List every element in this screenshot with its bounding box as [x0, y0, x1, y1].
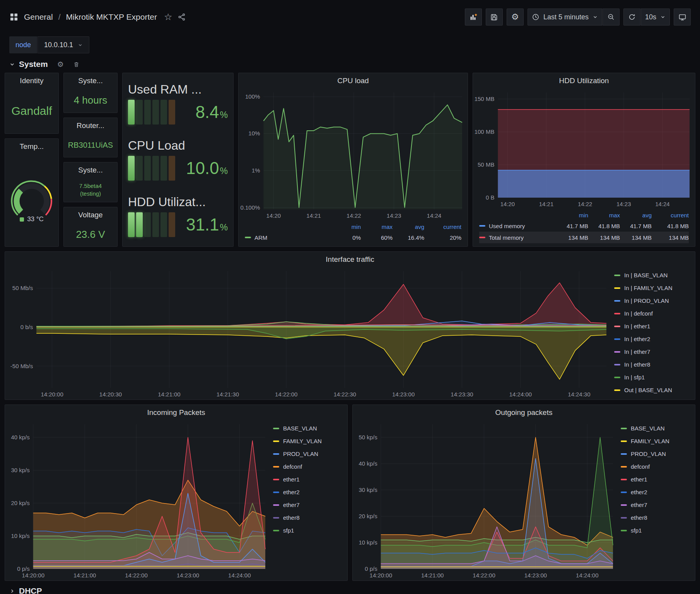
series-line-In | defconf: [36, 283, 606, 326]
legend-label: In | FAMILY_VLAN: [624, 285, 673, 291]
row-settings-icon[interactable]: ⚙: [57, 61, 64, 68]
legend-item[interactable]: In | BASE_VLAN: [614, 269, 692, 282]
legend-swatch: [621, 492, 627, 493]
y-axis-label: 30 kp/s: [11, 467, 29, 473]
bargauge-value: 8.4%: [181, 102, 228, 122]
legend-swatch: [614, 351, 620, 353]
panel-title[interactable]: Router...: [64, 118, 117, 133]
series-area-Used memory: [498, 170, 690, 198]
legend-label: sfp1: [631, 527, 642, 534]
legend-item[interactable]: In | sfp1: [614, 371, 692, 384]
legend-item[interactable]: In | ether2: [614, 333, 692, 345]
legend-item[interactable]: ether8: [621, 511, 692, 524]
legend-header-max[interactable]: max: [361, 224, 393, 230]
legend-item[interactable]: Used memory: [479, 223, 557, 229]
save-dashboard-button[interactable]: [486, 9, 503, 26]
x-axis-label: 14:20:00: [22, 572, 44, 579]
time-range-picker[interactable]: Last 5 minutes: [528, 9, 602, 26]
y-axis-label: 50 kp/s: [359, 434, 377, 440]
legend-item[interactable]: ether2: [273, 486, 344, 498]
legend-item[interactable]: In | defconf: [614, 307, 692, 320]
legend-item[interactable]: Out | BASE_VLAN: [614, 384, 692, 396]
star-icon[interactable]: ☆: [164, 12, 172, 22]
tv-mode-button[interactable]: [674, 9, 691, 26]
interface-traffic-legend: In | BASE_VLANIn | FAMILY_VLANIn | PROD_…: [612, 267, 695, 399]
chevron-down-icon: [592, 14, 598, 20]
dashboard-settings-button[interactable]: ⚙: [507, 9, 524, 26]
legend-item[interactable]: FAMILY_VLAN: [273, 435, 344, 447]
x-axis-label: 14:20:00: [41, 391, 63, 398]
row-title: DHCP: [19, 586, 42, 594]
panel-title[interactable]: Incoming Packets: [5, 405, 347, 420]
panel-title[interactable]: Syste...: [64, 162, 117, 178]
legend-item[interactable]: ether1: [273, 473, 344, 486]
legend-item[interactable]: sfp1: [273, 524, 344, 537]
legend-label: PROD_VLAN: [631, 451, 666, 457]
legend-item[interactable]: defconf: [273, 460, 344, 473]
legend-header-avg[interactable]: avg: [620, 212, 652, 218]
legend-header-avg[interactable]: avg: [393, 224, 424, 230]
panel-title[interactable]: Voltage: [64, 207, 117, 223]
legend-label: PROD_VLAN: [283, 451, 318, 457]
refresh-button[interactable]: [623, 9, 640, 26]
row-header-dhcp[interactable]: DHCP: [5, 581, 695, 594]
share-icon[interactable]: [178, 13, 186, 21]
legend-item[interactable]: ARM: [245, 234, 329, 241]
row-delete-icon[interactable]: [73, 61, 80, 68]
legend-item[interactable]: defconf: [621, 460, 692, 473]
panel-title[interactable]: CPU load: [239, 73, 468, 89]
legend-item[interactable]: ether7: [273, 498, 344, 511]
breadcrumb-separator: /: [58, 12, 61, 22]
legend-item[interactable]: Total memory: [479, 234, 557, 241]
legend-item[interactable]: ether2: [621, 486, 692, 498]
legend-item[interactable]: BASE_VLAN: [273, 422, 344, 435]
dashboards-grid-icon[interactable]: [9, 12, 19, 22]
legend-header-current[interactable]: current: [424, 224, 461, 230]
legend-item[interactable]: ether1: [621, 473, 692, 486]
x-axis-label: 14:21:00: [421, 572, 444, 579]
panel-title[interactable]: Interface traffic: [5, 252, 695, 267]
x-axis-label: 14:24: [427, 212, 442, 219]
breadcrumb-dashboard-title[interactable]: Mikrotik MKTXP Exporter: [66, 12, 157, 22]
legend-header-min[interactable]: min: [557, 212, 588, 218]
panel-title[interactable]: Outgoing packets: [353, 405, 695, 420]
panel-title[interactable]: Identity: [5, 73, 58, 89]
legend-item[interactable]: In | FAMILY_VLAN: [614, 282, 692, 294]
legend-label: ether1: [283, 476, 300, 483]
bargauge-cell: [169, 156, 175, 181]
legend-header-current[interactable]: current: [652, 212, 689, 218]
legend-stat-avg: 134 MB: [620, 234, 652, 241]
legend-item[interactable]: In | PROD_VLAN: [614, 294, 692, 307]
zoom-out-button[interactable]: [603, 9, 620, 26]
legend-item[interactable]: ether8: [273, 511, 344, 524]
legend-item[interactable]: In | ether7: [614, 345, 692, 358]
bargauge-cell: [136, 156, 143, 181]
incoming-packets-plot: 14:20:0014:21:0014:22:0014:23:0014:24:00…: [5, 420, 271, 580]
legend-item[interactable]: PROD_VLAN: [273, 447, 344, 460]
legend-item[interactable]: ether7: [621, 498, 692, 511]
x-axis-label: 14:23:00: [524, 572, 547, 579]
legend-swatch: [614, 300, 620, 302]
row-header-system[interactable]: System ⚙: [5, 57, 695, 73]
legend-item[interactable]: BASE_VLAN: [621, 422, 692, 435]
legend-label: In | ether8: [624, 361, 650, 368]
voltage-value: 23.6 V: [76, 229, 105, 241]
add-panel-button[interactable]: [465, 9, 482, 26]
legend-item[interactable]: sfp1: [621, 524, 692, 537]
panel-outgoing-packets: Outgoing packets 14:20:0014:21:0014:22:0…: [352, 405, 695, 581]
legend-item[interactable]: FAMILY_VLAN: [621, 435, 692, 447]
legend-item[interactable]: In | ether8: [614, 358, 692, 371]
legend-header-min[interactable]: min: [329, 224, 361, 230]
legend-item[interactable]: PROD_VLAN: [621, 447, 692, 460]
panel-title[interactable]: Syste...: [64, 73, 117, 89]
panel-title[interactable]: Temp...: [5, 139, 58, 154]
bargauge-section: Used RAM ...8.4%: [123, 75, 233, 131]
panel-title[interactable]: HDD Utilization: [473, 73, 695, 89]
legend-item[interactable]: In | ether1: [614, 320, 692, 333]
variable-node-picker[interactable]: 10.0.10.1: [38, 36, 89, 53]
breadcrumb-folder[interactable]: General: [24, 12, 53, 22]
refresh-interval-picker[interactable]: 10s: [641, 9, 670, 26]
panel-identity: Identity Gandalf: [5, 73, 59, 134]
chevron-down-icon: [9, 61, 15, 67]
legend-header-max[interactable]: max: [588, 212, 620, 218]
